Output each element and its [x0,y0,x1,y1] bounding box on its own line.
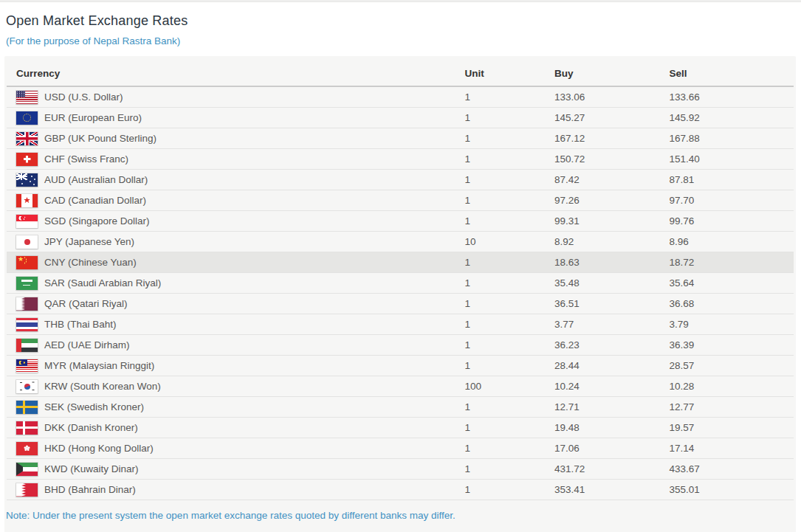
currency-cell: MYR (Malaysian Ringgit) [7,356,464,376]
currency-label: KRW (South Korean Won) [44,381,161,392]
page-header: Open Market Exchange Rates (For the purp… [0,2,801,47]
table-row-sgd[interactable]: SGD (Singapore Dollar) 1 99.31 99.76 [7,211,794,232]
currency-cell: THB (Thai Baht) [7,314,464,335]
unit-cell: 1 [464,211,554,232]
table-row-hkd[interactable]: HKD (Hong Kong Dollar) 1 17.06 17.14 [7,438,794,459]
table-row-aud[interactable]: AUD (Australian Dollar) 1 87.42 87.81 [7,170,794,190]
table-row-aed[interactable]: AED (UAE Dirham) 1 36.23 36.39 [7,335,794,356]
column-header-sell: Sell [670,61,794,86]
table-row-dkk[interactable]: DKK (Danish Kroner) 1 19.48 19.57 [7,418,794,438]
aed-flag-icon [16,339,38,352]
currency-label: JPY (Japanese Yen) [44,236,134,247]
currency-cell: BHD (Bahrain Dinar) [7,480,464,500]
sell-cell: 8.96 [670,232,794,252]
currency-cell: SAR (Saudi Arabian Riyal) [7,273,464,294]
table-row-bhd[interactable]: BHD (Bahrain Dinar) 1 353.41 355.01 [7,480,794,500]
sell-cell: 151.40 [670,149,794,170]
buy-cell: 145.27 [554,108,670,128]
buy-cell: 8.92 [554,232,670,252]
exchange-rates-table: Currency Unit Buy Sell USD (U.S. Dollar)… [7,61,794,500]
currency-label: MYR (Malaysian Ringgit) [44,360,154,371]
buy-cell: 12.71 [554,397,670,418]
eur-flag-icon [16,111,38,125]
unit-cell: 1 [464,397,554,418]
sell-cell: 87.81 [670,170,794,190]
hkd-flag-icon [16,442,38,455]
currency-cell: QAR (Qatari Riyal) [7,294,464,314]
table-header-row: Currency Unit Buy Sell [7,61,794,86]
exchange-rates-panel: Currency Unit Buy Sell USD (U.S. Dollar)… [4,56,796,532]
dkk-flag-icon [16,421,38,435]
sell-cell: 18.72 [670,252,794,273]
currency-label: CAD (Canadian Dollar) [44,195,146,206]
table-row-kwd[interactable]: KWD (Kuwaity Dinar) 1 431.72 433.67 [7,459,794,480]
table-row-jpy[interactable]: JPY (Japanese Yen) 10 8.92 8.96 [7,232,794,252]
note-text: Note: Under the present system the open … [6,509,790,522]
table-row-cad[interactable]: CAD (Canadian Dollar) 1 97.26 97.70 [7,190,794,211]
buy-cell: 19.48 [554,418,670,438]
buy-cell: 431.72 [554,459,670,480]
buy-cell: 35.48 [554,273,670,294]
column-header-currency: Currency [7,61,464,86]
cad-flag-icon [16,194,38,207]
currency-label: CHF (Swiss Franc) [44,153,128,165]
sell-cell: 35.64 [670,273,794,294]
currency-cell: AUD (Australian Dollar) [7,170,464,190]
currency-label: USD (U.S. Dollar) [44,91,123,103]
table-row-thb[interactable]: THB (Thai Baht) 1 3.77 3.79 [7,314,794,335]
sell-cell: 433.67 [670,459,794,480]
sek-flag-icon [16,401,38,414]
sell-cell: 19.57 [670,418,794,438]
currency-label: SGD (Singapore Dollar) [44,215,150,227]
currency-cell: HKD (Hong Kong Dollar) [7,438,464,459]
bhd-flag-icon [16,483,38,497]
buy-cell: 133.06 [554,86,670,108]
unit-cell: 100 [464,376,554,397]
currency-cell: KWD (Kuwaity Dinar) [7,459,464,480]
sell-cell: 355.01 [670,480,794,500]
page: { "page": { "title": "Open Market Exchan… [0,0,801,532]
sgd-flag-icon [16,215,38,228]
buy-cell: 17.06 [554,438,670,459]
table-row-chf[interactable]: CHF (Swiss Franc) 1 150.72 151.40 [7,149,794,170]
buy-cell: 10.24 [554,376,670,397]
myr-flag-icon [16,359,38,373]
table-row-sar[interactable]: SAR (Saudi Arabian Riyal) 1 35.48 35.64 [7,273,794,294]
buy-cell: 36.23 [554,335,670,356]
table-row-usd[interactable]: USD (U.S. Dollar) 1 133.06 133.66 [7,86,794,108]
thb-flag-icon [16,318,38,331]
currency-cell: AED (UAE Dirham) [7,335,464,356]
jpy-flag-icon [16,235,38,249]
table-row-gbp[interactable]: GBP (UK Pound Sterling) 1 167.12 167.88 [7,128,794,149]
table-row-cny[interactable]: CNY (Chinese Yuan) 1 18.63 18.72 [7,252,794,273]
chf-flag-icon [16,153,38,166]
column-header-unit: Unit [464,61,554,86]
usd-flag-icon [16,91,38,104]
sell-cell: 167.88 [670,128,794,149]
currency-label: SEK (Swedish Kroner) [44,401,144,412]
currency-cell: DKK (Danish Kroner) [7,418,464,438]
buy-cell: 36.51 [554,294,670,314]
currency-cell: USD (U.S. Dollar) [7,86,464,108]
sell-cell: 133.66 [670,86,794,108]
unit-cell: 1 [464,86,554,108]
table-row-qar[interactable]: QAR (Qatari Riyal) 1 36.51 36.68 [7,294,794,314]
aud-flag-icon [16,173,38,187]
unit-cell: 1 [464,480,554,500]
sell-cell: 17.14 [670,438,794,459]
currency-cell: EUR (European Euro) [7,108,464,128]
currency-label: HKD (Hong Kong Dollar) [44,443,154,454]
buy-cell: 99.31 [554,211,670,232]
sell-cell: 10.28 [670,376,794,397]
unit-cell: 1 [464,128,554,149]
table-row-myr[interactable]: MYR (Malaysian Ringgit) 1 28.44 28.57 [7,356,794,376]
sell-cell: 99.76 [670,211,794,232]
currency-label: QAR (Qatari Riyal) [44,298,128,309]
table-row-krw[interactable]: KRW (South Korean Won) 100 10.24 10.28 [7,376,794,397]
buy-cell: 167.12 [554,128,670,149]
currency-cell: GBP (UK Pound Sterling) [7,128,464,149]
sell-cell: 145.92 [670,108,794,128]
currency-label: KWD (Kuwaity Dinar) [44,463,139,474]
table-row-eur[interactable]: EUR (European Euro) 1 145.27 145.92 [7,108,794,128]
table-row-sek[interactable]: SEK (Swedish Kroner) 1 12.71 12.77 [7,397,794,418]
